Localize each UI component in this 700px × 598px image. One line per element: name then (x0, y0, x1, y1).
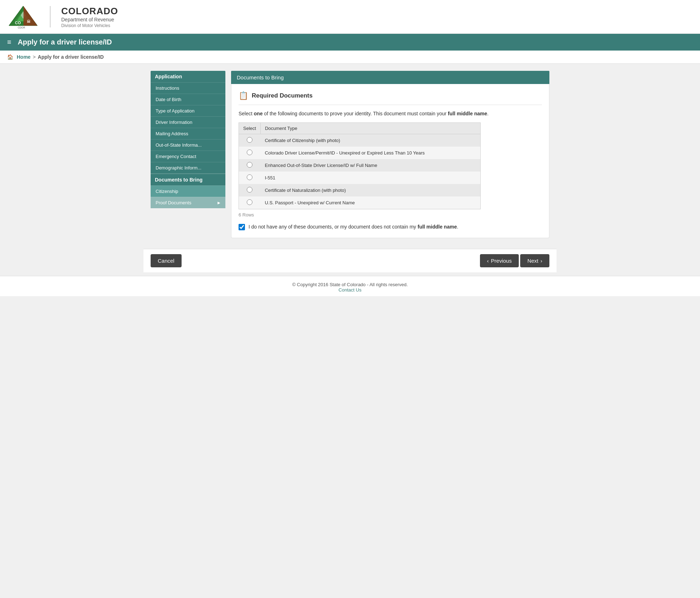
radio-cell (239, 134, 261, 147)
division-name: Division of Motor Vehicles (61, 23, 110, 28)
page-footer: © Copyright 2016 State of Colorado - All… (0, 276, 700, 296)
footer-buttons: Cancel ‹ Previous Next › (143, 249, 557, 272)
svg-text:CO: CO (15, 21, 21, 25)
no-documents-label: I do not have any of these documents, or… (249, 223, 458, 231)
next-label: Next (527, 258, 538, 264)
required-docs-header: 📋 Required Documents (239, 91, 542, 105)
table-header-row: Select Document Type (239, 123, 481, 134)
main-wrapper: Application Instructions Date of Birth T… (143, 71, 557, 238)
select-text-bold: full middle name (448, 111, 487, 116)
contact-us-link[interactable]: Contact Us (339, 287, 361, 293)
cancel-button[interactable]: Cancel (151, 254, 182, 267)
dept-name: Department of Revenue (61, 17, 118, 22)
document-icon: 📋 (239, 91, 248, 100)
main-content: Documents to Bring 📋 Required Documents … (231, 71, 549, 238)
prev-chevron-icon: ‹ (487, 258, 489, 264)
prev-label: Previous (491, 258, 512, 264)
documents-table: Select Document Type Certificate of Citi… (239, 122, 481, 209)
copyright-text: © Copyright 2016 State of Colorado - All… (7, 282, 693, 287)
sidebar-item-dob[interactable]: Date of Birth (151, 94, 225, 105)
breadcrumb-separator: > (33, 54, 36, 60)
breadcrumb-home[interactable]: Home (17, 54, 31, 60)
radio-cell (239, 172, 261, 184)
col-doctype: Document Type (261, 123, 481, 134)
no-documents-checkbox[interactable] (239, 224, 245, 230)
doc-radio-2[interactable] (247, 162, 252, 168)
section-body: 📋 Required Documents Select one of the f… (231, 84, 549, 238)
sidebar: Application Instructions Date of Birth T… (151, 71, 225, 238)
select-instructions: Select one of the following documents to… (239, 110, 542, 117)
doc-radio-5[interactable] (247, 199, 252, 205)
table-row: Certificate of Citizenship (with photo) (239, 134, 481, 147)
sidebar-item-driver-information[interactable]: Driver Information (151, 116, 225, 128)
hamburger-icon[interactable]: ≡ (7, 38, 11, 46)
nav-bar: ≡ Apply for a driver license/ID (0, 34, 700, 51)
doc-label: Certificate of Naturalization (with phot… (261, 184, 481, 196)
select-text-one: one (254, 111, 263, 116)
sidebar-item-demographic[interactable]: Demographic Inform... (151, 162, 225, 173)
select-text-end: . (487, 111, 489, 116)
sidebar-item-out-of-state[interactable]: Out-of-State Informa... (151, 139, 225, 151)
checkbox-text-end: . (457, 224, 458, 230)
sidebar-section-application: Application (151, 71, 225, 82)
next-button[interactable]: Next › (520, 254, 549, 267)
doc-radio-3[interactable] (247, 174, 252, 180)
doc-label: I-551 (261, 172, 481, 184)
radio-cell (239, 196, 261, 209)
col-select: Select (239, 123, 261, 134)
previous-button[interactable]: ‹ Previous (480, 254, 519, 267)
doc-radio-4[interactable] (247, 187, 252, 193)
sidebar-item-proof-documents[interactable]: Proof Documents (151, 197, 225, 208)
doc-label: Certificate of Citizenship (with photo) (261, 134, 481, 147)
checkbox-bold: full middle name (418, 224, 457, 230)
nav-buttons: ‹ Previous Next › (480, 254, 549, 267)
breadcrumb: 🏠 Home > Apply for a driver license/ID (0, 51, 700, 64)
sidebar-item-emergency-contact[interactable]: Emergency Contact (151, 151, 225, 162)
breadcrumb-current: Apply for a driver license/ID (38, 54, 104, 60)
page-header: CO 🏛 CDOR COLORADO Department of Revenue… (0, 0, 700, 34)
required-docs-title: Required Documents (252, 92, 313, 99)
doc-radio-1[interactable] (247, 150, 252, 155)
logo-area: CO 🏛 CDOR COLORADO Department of Revenue… (7, 4, 118, 29)
sidebar-item-instructions[interactable]: Instructions (151, 82, 225, 94)
doc-radio-0[interactable] (247, 137, 252, 143)
radio-cell (239, 159, 261, 172)
table-row: Certificate of Naturalization (with phot… (239, 184, 481, 196)
header-text: COLORADO Department of Revenue Division … (61, 6, 118, 28)
doc-label: U.S. Passport - Unexpired w/ Current Nam… (261, 196, 481, 209)
sidebar-section-documents: Documents to Bring (151, 173, 225, 185)
sidebar-item-mailing-address[interactable]: Mailing Address (151, 128, 225, 139)
section-header: Documents to Bring (231, 71, 549, 84)
rows-count: 6 Rows (239, 212, 542, 217)
radio-cell (239, 147, 261, 159)
table-row: Colorado Driver License/Permit/ID - Unex… (239, 147, 481, 159)
radio-cell (239, 184, 261, 196)
doc-label: Colorado Driver License/Permit/ID - Unex… (261, 147, 481, 159)
select-text-pre: Select (239, 111, 254, 116)
next-chevron-icon: › (540, 258, 542, 264)
header-divider (50, 6, 51, 27)
select-text-post: of the following documents to prove your… (263, 111, 448, 116)
svg-text:🏛: 🏛 (27, 19, 31, 23)
table-row: U.S. Passport - Unexpired w/ Current Nam… (239, 196, 481, 209)
doc-label: Enhanced Out-of-State Driver License/ID … (261, 159, 481, 172)
table-row: I-551 (239, 172, 481, 184)
svg-text:CDOR: CDOR (18, 26, 25, 29)
checkbox-text-pre: I do not have any of these documents, or… (249, 224, 418, 230)
table-row: Enhanced Out-of-State Driver License/ID … (239, 159, 481, 172)
no-documents-row: I do not have any of these documents, or… (239, 223, 542, 231)
org-name: COLORADO (61, 6, 118, 17)
cdor-logo: CO 🏛 CDOR (7, 4, 39, 29)
home-icon: 🏠 (7, 54, 13, 60)
nav-title: Apply for a driver license/ID (18, 38, 112, 46)
sidebar-item-type-of-application[interactable]: Type of Application (151, 105, 225, 116)
sidebar-item-citizenship[interactable]: Citizenship (151, 185, 225, 197)
